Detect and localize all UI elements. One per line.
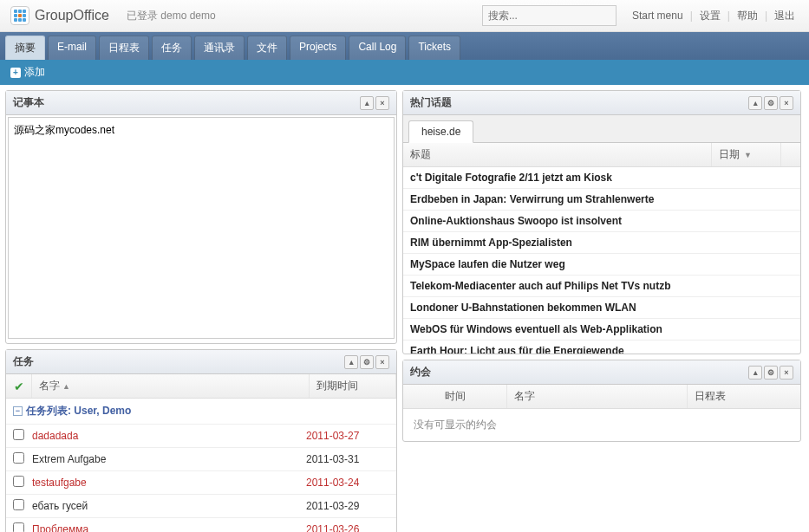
task-checkbox[interactable] bbox=[13, 522, 24, 532]
close-icon[interactable]: × bbox=[780, 96, 793, 110]
appointments-panel-header: 约会 ▴ ⚙ × bbox=[403, 360, 800, 385]
close-icon[interactable]: × bbox=[375, 96, 389, 110]
tab-tickets[interactable]: Tickets bbox=[408, 36, 460, 60]
task-checkbox[interactable] bbox=[13, 429, 24, 440]
task-due: 2011-03-24 bbox=[303, 477, 389, 489]
gear-icon[interactable]: ⚙ bbox=[764, 96, 778, 110]
task-name: ебать гусей bbox=[32, 500, 303, 512]
tab-文件[interactable]: 文件 bbox=[247, 36, 287, 60]
tab-projects[interactable]: Projects bbox=[290, 36, 346, 60]
task-checkbox[interactable] bbox=[13, 499, 24, 510]
start-menu-link[interactable]: Start menu bbox=[629, 10, 687, 22]
tasks-check-column[interactable]: ✔ bbox=[6, 374, 32, 398]
news-tabstrip: heise.de bbox=[403, 115, 800, 143]
news-panel-title: 热门话题 bbox=[410, 95, 452, 110]
add-label: 添加 bbox=[24, 65, 45, 80]
notes-textarea[interactable] bbox=[8, 117, 395, 339]
gear-icon[interactable]: ⚙ bbox=[764, 366, 778, 380]
brand-name: GroupOffice bbox=[35, 8, 109, 23]
search-input[interactable] bbox=[482, 5, 617, 26]
checkmark-icon: ✔ bbox=[14, 380, 24, 393]
group-collapse-icon[interactable]: − bbox=[13, 406, 23, 416]
tab-摘要[interactable]: 摘要 bbox=[5, 36, 45, 60]
tab-日程表[interactable]: 日程表 bbox=[99, 36, 149, 60]
task-row[interactable]: ебать гусей2011-03-29 bbox=[6, 495, 396, 518]
tasks-panel-header: 任务 ▴ ⚙ × bbox=[6, 350, 396, 374]
task-row[interactable]: Проблемма2011-03-26 bbox=[6, 518, 396, 532]
task-checkbox[interactable] bbox=[13, 476, 24, 487]
news-row[interactable]: MySpace laufen die Nutzer weg bbox=[403, 254, 800, 276]
collapse-icon[interactable]: ▴ bbox=[748, 96, 762, 110]
collapse-icon[interactable]: ▴ bbox=[344, 355, 358, 369]
task-row[interactable]: Extrem Aufgabe2011-03-31 bbox=[6, 448, 396, 471]
task-row[interactable]: dadadada2011-03-27 bbox=[6, 425, 396, 448]
tab-任务[interactable]: 任务 bbox=[152, 36, 192, 60]
task-due: 2011-03-26 bbox=[303, 523, 389, 532]
tasks-name-column[interactable]: 名字 ▲ bbox=[32, 374, 310, 398]
sort-desc-icon: ▼ bbox=[744, 151, 752, 159]
close-icon[interactable]: × bbox=[780, 366, 793, 380]
news-body[interactable]: c't Digitale Fotografie 2/11 jetzt am Ki… bbox=[403, 167, 800, 354]
gear-icon[interactable]: ⚙ bbox=[360, 355, 374, 369]
tasks-columns: ✔ 名字 ▲ 到期时间 bbox=[6, 374, 396, 399]
plus-icon: + bbox=[10, 68, 21, 78]
main-tabbar: 摘要E-mail日程表任务通讯录文件ProjectsCall LogTicket… bbox=[0, 32, 809, 60]
header-right: Start menu | 设置 | 帮助 | 退出 bbox=[482, 5, 799, 26]
tab-通讯录[interactable]: 通讯录 bbox=[194, 36, 245, 60]
sort-asc-icon: ▲ bbox=[62, 382, 70, 391]
appt-time-column[interactable]: 时间 bbox=[403, 385, 507, 408]
appointments-panel-title: 约会 bbox=[410, 365, 431, 380]
collapse-icon[interactable]: ▴ bbox=[748, 366, 762, 380]
dashboard-content: 记事本 ▴ × 任务 ▴ ⚙ × ✔ 名字 ▲ bbox=[0, 85, 809, 532]
close-icon[interactable]: × bbox=[375, 355, 389, 369]
appt-name-column[interactable]: 名字 bbox=[507, 385, 688, 408]
help-link[interactable]: 帮助 bbox=[734, 9, 761, 23]
appointments-empty: 没有可显示的约会 bbox=[403, 409, 800, 441]
brand-logo: GroupOffice bbox=[10, 6, 109, 25]
news-row[interactable]: Telekom-Mediacenter auch auf Philips Net… bbox=[403, 276, 800, 297]
appt-calendar-column[interactable]: 日程表 bbox=[688, 385, 800, 408]
news-row[interactable]: WebOS für Windows eventuell als Web-Appl… bbox=[403, 319, 800, 341]
task-due: 2011-03-29 bbox=[303, 500, 389, 512]
tasks-panel: 任务 ▴ ⚙ × ✔ 名字 ▲ 到期时间 − 任务列表: User, Demo … bbox=[5, 349, 397, 532]
news-feed-tab[interactable]: heise.de bbox=[408, 120, 473, 143]
news-title-column[interactable]: 标题 bbox=[403, 143, 712, 166]
tasks-due-column[interactable]: 到期时间 bbox=[310, 374, 396, 398]
tab-e-mail[interactable]: E-mail bbox=[48, 36, 96, 60]
tasks-panel-title: 任务 bbox=[13, 354, 34, 369]
logout-link[interactable]: 退出 bbox=[771, 9, 799, 23]
app-header: GroupOffice 已登录 demo demo Start menu | 设… bbox=[0, 0, 809, 32]
news-row[interactable]: RIM übernimmt App-Spezialisten bbox=[403, 232, 800, 254]
login-status: 已登录 demo demo bbox=[127, 9, 216, 23]
task-due: 2011-03-31 bbox=[303, 453, 389, 465]
news-date-column[interactable]: 日期▼ bbox=[712, 143, 781, 166]
news-row[interactable]: Online-Auktionshaus Swoopo ist insolvent bbox=[403, 211, 800, 232]
news-scroll-column bbox=[781, 143, 800, 166]
tasks-body: dadadada2011-03-27Extrem Aufgabe2011-03-… bbox=[6, 425, 396, 532]
news-columns: 标题 日期▼ bbox=[403, 143, 800, 167]
news-row[interactable]: Erdbeben in Japan: Verwirrung um Strahle… bbox=[403, 189, 800, 211]
task-name: Extrem Aufgabe bbox=[32, 453, 303, 465]
news-row[interactable]: c't Digitale Fotografie 2/11 jetzt am Ki… bbox=[403, 167, 800, 189]
news-panel: 热门话题 ▴ ⚙ × heise.de 标题 日期▼ c't Digitale … bbox=[402, 90, 801, 354]
logo-icon bbox=[10, 6, 29, 25]
news-panel-header: 热门话题 ▴ ⚙ × bbox=[403, 91, 800, 115]
task-due: 2011-03-27 bbox=[303, 430, 389, 442]
notes-panel: 记事本 ▴ × bbox=[5, 90, 397, 344]
task-row[interactable]: testaufgabe2011-03-24 bbox=[6, 471, 396, 495]
tab-call log[interactable]: Call Log bbox=[349, 36, 406, 60]
news-row[interactable]: Londoner U-Bahnstationen bekommen WLAN bbox=[403, 297, 800, 319]
add-bar[interactable]: + 添加 bbox=[0, 60, 809, 85]
task-checkbox[interactable] bbox=[13, 452, 24, 464]
appointments-panel: 约会 ▴ ⚙ × 时间 名字 日程表 没有可显示的约会 bbox=[402, 360, 801, 442]
appointments-columns: 时间 名字 日程表 bbox=[403, 385, 800, 409]
notes-panel-title: 记事本 bbox=[13, 95, 44, 110]
task-name: testaufgabe bbox=[32, 477, 303, 489]
task-name: Проблемма bbox=[32, 523, 303, 532]
settings-link[interactable]: 设置 bbox=[696, 9, 724, 23]
collapse-icon[interactable]: ▴ bbox=[360, 96, 374, 110]
task-group-header[interactable]: − 任务列表: User, Demo bbox=[6, 399, 396, 425]
news-row[interactable]: Earth Hour: Licht aus für die Energiewen… bbox=[403, 341, 800, 354]
task-name: dadadada bbox=[32, 430, 303, 442]
task-group-label: 任务列表: User, Demo bbox=[26, 404, 131, 418]
